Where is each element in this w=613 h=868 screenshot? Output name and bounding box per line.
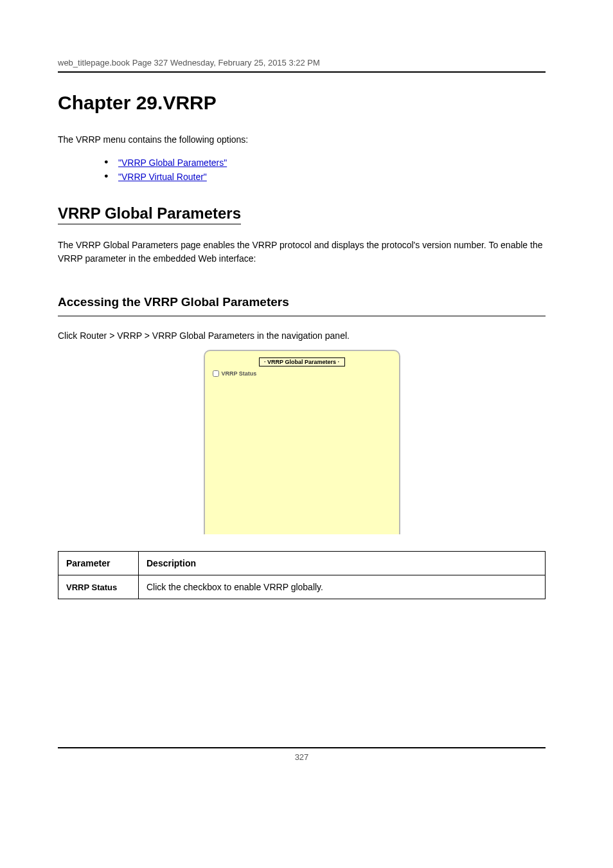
panel-screenshot: · VRRP Global Parameters · VRRP Status [204,350,400,534]
access-heading: Accessing the VRRP Global Parameters [58,295,546,309]
h3-rule [58,316,546,316]
cell-desc-vrrp-status: Click the checkbox to enable VRRP global… [139,575,546,599]
topics-intro: The VRRP menu contains the following opt… [58,133,546,147]
topics-list: "VRRP Global Parameters" "VRRP Virtual R… [104,158,546,182]
table-head-row: Parameter Description [58,552,546,575]
col-parameter: Parameter [58,552,139,575]
header-rule [58,71,546,73]
page-number: 327 [58,752,546,762]
vrrp-status-checkbox[interactable] [213,370,219,377]
topic-link-global-text: "VRRP Global Parameters" [118,158,227,168]
section-paragraph: The VRRP Global Parameters page enables … [58,239,546,266]
chapter-title: Chapter 29.VRRP [58,92,546,114]
panel-title: · VRRP Global Parameters · [259,357,345,366]
running-head-left: web_titlepage.book Page 327 Wednesday, F… [58,58,320,68]
topic-link-global[interactable]: "VRRP Global Parameters" [104,158,546,168]
col-description: Description [139,552,546,575]
panel-row-vrrp-status[interactable]: VRRP Status [213,370,391,377]
footer-rule [58,747,546,748]
section-title: VRRP Global Parameters [58,204,241,222]
cell-param-vrrp-status: VRRP Status [58,575,139,599]
vrrp-status-label: VRRP Status [222,370,257,377]
table-row: VRRP Status Click the checkbox to enable… [58,575,546,599]
parameters-table: Parameter Description VRRP Status Click … [58,551,546,599]
topic-link-vr-text: "VRRP Virtual Router" [118,172,207,182]
topic-link-vr[interactable]: "VRRP Virtual Router" [104,172,546,182]
access-step: Click Router > VRRP > VRRP Global Parame… [58,330,546,341]
